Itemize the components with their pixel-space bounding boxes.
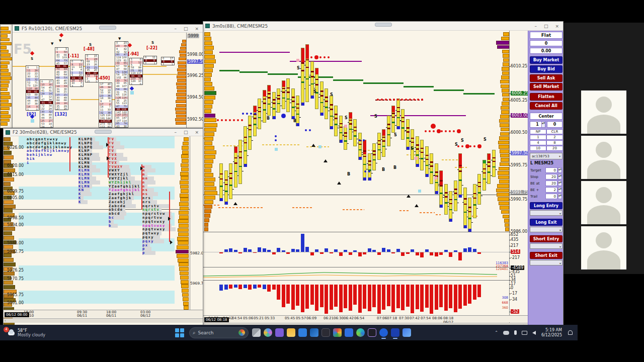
- qty-preset-button[interactable]: 4: [530, 140, 546, 145]
- param-value-field[interactable]: 20: [545, 180, 557, 186]
- f5-chart-area[interactable]: F559995998.005997.505996.255994.505992.5…: [13, 33, 203, 128]
- short-exit-button[interactable]: Short Exit: [530, 252, 562, 259]
- main-titlebar[interactable]: 3m0s(88), CME/MESM25 – □ ×: [203, 22, 563, 31]
- candle-bar: [305, 44, 309, 102]
- start-button[interactable]: [175, 328, 184, 337]
- long-exit-select[interactable]: ▾: [530, 227, 562, 232]
- candle-bar: [425, 146, 429, 177]
- quantity-alt-field[interactable]: 0: [547, 121, 562, 128]
- hidden-icons-chevron-icon[interactable]: ⌃: [495, 330, 498, 335]
- participant-tile[interactable]: [581, 90, 626, 134]
- participant-tile[interactable]: [581, 136, 626, 179]
- buy-market-button[interactable]: Buy Market: [530, 56, 562, 64]
- open-tick: [438, 184, 440, 185]
- file-explorer-icon[interactable]: [287, 328, 295, 337]
- close-button[interactable]: ×: [195, 26, 199, 31]
- clock[interactable]: 5:19 AM6/12/2025: [541, 328, 562, 338]
- edge-icon[interactable]: [356, 328, 365, 337]
- tpo-letters: nqrstv: [142, 204, 170, 208]
- gallery-app-icon[interactable]: [403, 328, 411, 337]
- participant-tile[interactable]: [581, 181, 626, 224]
- qty-preset-button[interactable]: 2: [546, 135, 563, 140]
- media-app-icon[interactable]: [345, 328, 353, 337]
- task-view-icon[interactable]: [252, 328, 261, 337]
- qty-preset-button[interactable]: 8: [546, 140, 563, 145]
- f2-chart-area[interactable]: F26026.006020.006015.006009.756005.00599…: [4, 136, 203, 326]
- stepper-arrows[interactable]: ▲▼: [558, 194, 562, 199]
- search-input[interactable]: ⌕ Search: [189, 327, 249, 338]
- qty-preset-button[interactable]: 10: [530, 146, 546, 151]
- microphone-icon[interactable]: [514, 330, 517, 335]
- center-button[interactable]: Center: [530, 113, 562, 120]
- main-chart-area[interactable]: SSSBBSSSBBSBSSS6010.256006.256005.256003…: [203, 31, 563, 326]
- account-select[interactable]: ac138753▾: [530, 153, 562, 159]
- f5-titlebar[interactable]: F5 Rv10(120), CME/ESM25 – □ ×: [13, 25, 203, 33]
- candle-segment: [234, 157, 237, 159]
- weather-widget[interactable]: 4 58°F Mostly cloudy: [4, 328, 45, 337]
- stepper-arrows[interactable]: ▲▼: [541, 121, 545, 128]
- maximize-button[interactable]: □: [184, 130, 188, 135]
- drag-handle[interactable]: [375, 23, 392, 27]
- footprint-cell: 71: [162, 63, 174, 66]
- buy-bid-button[interactable]: Buy Bid: [530, 65, 562, 73]
- left-volume-profile-bar: [204, 68, 213, 72]
- candle-bar: [286, 78, 290, 113]
- red-dot-marker: [225, 119, 227, 121]
- volume-icon[interactable]: [532, 331, 536, 335]
- orange-line: [218, 207, 264, 208]
- param-value-field[interactable]: 0: [545, 167, 557, 173]
- cancel-all-button[interactable]: Cancel All: [530, 102, 562, 110]
- marker-letter: S: [31, 57, 33, 61]
- qty-preset-button[interactable]: NP: [530, 129, 546, 134]
- short-entry-select[interactable]: ▾: [530, 243, 562, 249]
- short-exit-select[interactable]: ▾: [530, 260, 562, 265]
- qty-preset-button[interactable]: 1: [530, 135, 546, 140]
- chat-app-icon[interactable]: [275, 328, 284, 337]
- stepper-arrows[interactable]: ▲▼: [558, 180, 562, 186]
- drag-handle[interactable]: [95, 130, 112, 134]
- param-value-field[interactable]: 0: [545, 194, 557, 199]
- horizontal-scrollbar[interactable]: [4, 318, 203, 323]
- blue-circle-app-icon[interactable]: [379, 328, 388, 337]
- f2-titlebar[interactable]: F2 30m0s(628), CME/ESM25 – □ ×: [4, 129, 203, 136]
- long-exit-button[interactable]: Long Exit: [530, 219, 562, 226]
- close-button[interactable]: ×: [195, 130, 199, 135]
- candle-segment: [301, 70, 304, 71]
- outlook-icon[interactable]: [310, 328, 318, 337]
- qty-preset-button[interactable]: CLR: [546, 129, 563, 134]
- param-value-field[interactable]: 20: [545, 174, 557, 179]
- nvidia-app-icon[interactable]: [368, 328, 376, 337]
- sell-ask-button[interactable]: Sell Ask: [530, 74, 562, 82]
- display-icon[interactable]: [522, 331, 527, 335]
- microsoft-store-icon[interactable]: [298, 328, 307, 337]
- short-entry-button[interactable]: Short Entry: [530, 235, 562, 242]
- stepper-arrows[interactable]: ▲▼: [558, 187, 562, 193]
- param-value-field[interactable]: 2: [545, 187, 557, 193]
- minimize-button[interactable]: –: [174, 26, 177, 31]
- scrollbar-left-arrow[interactable]: ‹: [5, 319, 6, 323]
- flatten-button[interactable]: Flatten: [530, 93, 562, 101]
- photos-icon[interactable]: [333, 328, 342, 337]
- long-entry-select[interactable]: ▾: [530, 210, 562, 216]
- notification-bell-icon[interactable]: [568, 330, 573, 335]
- minimize-button[interactable]: –: [534, 24, 537, 29]
- stepper-arrows[interactable]: ▲▼: [558, 167, 562, 173]
- maximize-button[interactable]: □: [544, 24, 548, 29]
- qty-preset-button[interactable]: 20: [546, 146, 563, 151]
- candle-segment: [387, 124, 390, 125]
- price-label: 5988.00: [7, 241, 24, 245]
- sell-market-button[interactable]: Sell Market: [530, 83, 562, 90]
- widget-app-icon[interactable]: [321, 328, 330, 337]
- long-entry-button[interactable]: Long Entry: [530, 202, 562, 209]
- copilot-icon[interactable]: [264, 328, 272, 337]
- time-axis-date: 06/12: [140, 314, 150, 318]
- axis-tick: [509, 66, 511, 67]
- stepper-arrows[interactable]: ▲▼: [558, 174, 562, 179]
- drag-handle[interactable]: [99, 26, 116, 30]
- maximize-button[interactable]: □: [184, 26, 188, 31]
- close-button[interactable]: ×: [555, 24, 559, 29]
- participant-tile[interactable]: [581, 226, 626, 269]
- minimize-button[interactable]: –: [174, 130, 177, 135]
- blue-square-app-icon[interactable]: [391, 328, 399, 337]
- onedrive-icon[interactable]: [503, 331, 509, 335]
